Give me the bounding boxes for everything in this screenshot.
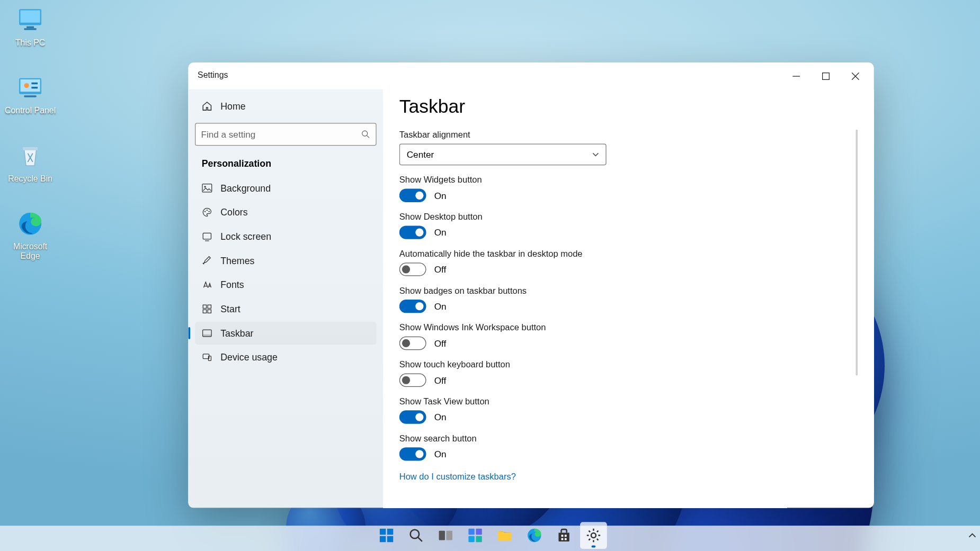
widgets-button[interactable] [462, 522, 489, 549]
setting-label: Show search button [399, 433, 854, 444]
search-button[interactable] [403, 522, 430, 549]
toggle-switch[interactable] [399, 263, 426, 276]
desktop-icon-this-pc[interactable]: This PC [15, 5, 45, 48]
nav-home[interactable]: Home [195, 95, 377, 118]
settings-button[interactable] [580, 522, 607, 549]
toggle-state: On [434, 191, 447, 201]
nav-device-usage[interactable]: Device usage [195, 346, 377, 369]
taskbar-alignment-dropdown[interactable]: Center [399, 144, 607, 166]
task-view-button[interactable] [432, 522, 459, 549]
nav-themes[interactable]: Themes [195, 249, 377, 272]
microsoft-store-button[interactable] [550, 522, 577, 549]
toggle-state: On [434, 449, 447, 459]
svg-rect-26 [203, 335, 211, 337]
desktop-icon-microsoft-edge[interactable]: Microsoft Edge [3, 209, 57, 261]
file-explorer-button[interactable] [492, 522, 519, 549]
nav-label: Background [220, 183, 271, 193]
window-titlebar[interactable]: Settings [188, 62, 874, 89]
settings-main: Taskbar Taskbar alignment Center Show Wi… [383, 89, 874, 508]
toggle-switch[interactable] [399, 300, 426, 313]
toggle-switch[interactable] [399, 337, 426, 350]
close-button[interactable] [840, 65, 870, 87]
setting-label: Show Widgets button [399, 175, 854, 185]
toggle-switch[interactable] [399, 189, 426, 202]
monitor-icon [15, 5, 45, 35]
scrollbar[interactable] [856, 130, 858, 375]
setting-label: Show Task View button [399, 396, 854, 407]
svg-point-45 [591, 533, 596, 538]
setting-label: Taskbar alignment [399, 130, 854, 140]
svg-rect-31 [380, 536, 386, 541]
svg-point-17 [207, 210, 208, 211]
svg-rect-22 [208, 305, 211, 308]
toggle-switch[interactable] [399, 447, 426, 460]
desktop-icon-label: Microsoft Edge [3, 242, 57, 261]
svg-rect-43 [562, 538, 564, 540]
dropdown-value: Center [407, 149, 434, 159]
system-tray[interactable]: ENG 3:44 AM 6/17/2021 1 [967, 526, 980, 544]
svg-point-6 [24, 83, 29, 88]
edge-icon [527, 527, 542, 543]
taskbar: ENG 3:44 AM 6/17/2021 1 [0, 526, 980, 551]
settings-search[interactable] [195, 123, 377, 146]
toggle-state: On [434, 228, 447, 238]
toggle-switch[interactable] [399, 410, 426, 423]
device-usage-icon [202, 352, 212, 363]
edge-button[interactable] [521, 522, 548, 549]
nav-label: Home [220, 101, 245, 111]
nav-label: Device usage [220, 352, 278, 363]
desktop-icon-recycle-bin[interactable]: Recycle Bin [8, 141, 52, 183]
svg-point-33 [411, 529, 419, 538]
nav-label: Themes [220, 255, 254, 266]
nav-lock-screen[interactable]: Lock screen [195, 225, 377, 248]
taskbar-icon [202, 328, 212, 338]
nav-label: Taskbar [220, 328, 253, 338]
svg-rect-12 [822, 73, 829, 79]
start-button[interactable] [373, 522, 400, 549]
minimize-button[interactable] [781, 65, 811, 87]
desktop-icon-label: Recycle Bin [8, 174, 52, 184]
svg-rect-39 [476, 536, 482, 541]
svg-rect-36 [468, 528, 474, 534]
nav-label: Colors [220, 207, 247, 218]
chevron-up-icon[interactable] [967, 530, 977, 540]
search-input[interactable] [201, 129, 361, 139]
nav-background[interactable]: Background [195, 177, 377, 200]
taskbar-center [373, 522, 607, 549]
widgets-icon [467, 527, 483, 543]
setting-label: Show touch keyboard button [399, 359, 854, 369]
toggle-state: On [434, 301, 447, 311]
toggle-state: Off [434, 375, 447, 385]
nav-taskbar[interactable]: Taskbar [195, 322, 377, 345]
svg-rect-44 [565, 538, 567, 540]
help-link[interactable]: How do I customize taskbars? [399, 472, 516, 482]
desktop-icon-control-panel[interactable]: Control Panel [5, 73, 56, 115]
nav-label: Fonts [220, 279, 244, 290]
folder-icon [497, 527, 513, 543]
svg-rect-10 [23, 147, 38, 150]
svg-rect-3 [24, 28, 36, 30]
brush-icon [202, 255, 212, 266]
toggle-state: Off [434, 338, 447, 348]
nav-start[interactable]: Start [195, 297, 377, 320]
svg-rect-24 [208, 310, 211, 313]
svg-rect-7 [31, 83, 38, 84]
svg-point-15 [204, 186, 206, 187]
nav-fonts[interactable]: Fonts [195, 273, 377, 296]
sidebar-section: Personalization [195, 154, 377, 176]
fonts-icon [202, 279, 212, 290]
toggle-switch[interactable] [399, 374, 426, 387]
svg-rect-8 [31, 87, 38, 88]
nav-label: Lock screen [220, 231, 271, 242]
svg-rect-14 [202, 184, 212, 192]
toggle-switch[interactable] [399, 225, 426, 239]
svg-rect-1 [20, 10, 40, 22]
grid-icon [202, 304, 212, 314]
settings-sidebar: Home Personalization Background Colors L… [188, 89, 383, 508]
control-panel-icon [15, 73, 45, 103]
setting-label: Show Windows Ink Workspace button [399, 322, 854, 332]
settings-window: Settings Home Personalization Background [188, 62, 874, 508]
maximize-button[interactable] [810, 65, 840, 87]
nav-colors[interactable]: Colors [195, 201, 377, 223]
svg-rect-42 [565, 535, 567, 537]
